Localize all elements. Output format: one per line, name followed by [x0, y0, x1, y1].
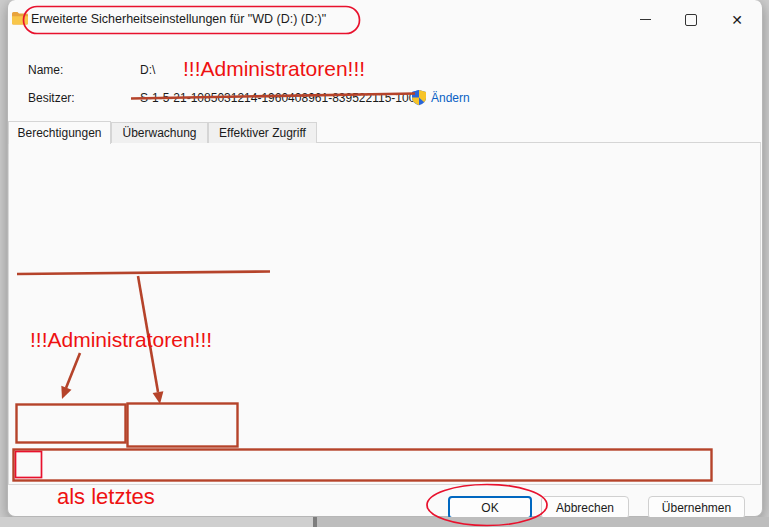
maximize-icon — [685, 14, 697, 26]
window-title: Erweiterte Sicherheitseinstellungen für … — [31, 12, 326, 26]
close-icon: ✕ — [731, 12, 743, 28]
change-owner-link[interactable]: Ändern — [431, 91, 470, 105]
name-value: D:\ — [140, 63, 155, 77]
background-strip — [0, 517, 769, 527]
cancel-button[interactable]: Abbrechen — [541, 496, 629, 519]
tab-ueberwachung[interactable]: Überwachung — [111, 122, 208, 143]
tab-berechtigungen[interactable]: Berechtigungen — [8, 121, 111, 144]
close-button[interactable]: ✕ — [714, 1, 760, 38]
permissions-tab-panel — [8, 142, 761, 485]
folder-icon — [11, 10, 29, 31]
owner-label: Besitzer: — [28, 91, 75, 105]
tab-effektiver-zugriff[interactable]: Effektiver Zugriff — [208, 122, 317, 143]
owner-value: S-1-5-21-1085031214-1960408961-839522115… — [140, 91, 422, 105]
uac-shield-icon — [411, 89, 427, 110]
ok-button[interactable]: OK — [448, 496, 532, 519]
annotation-admin-warning-top: !!!Administratoren!!! — [183, 57, 365, 81]
minimize-button[interactable] — [622, 1, 668, 38]
maximize-button[interactable] — [668, 1, 714, 38]
annotation-do-last-note: als letztes — [57, 484, 155, 510]
minimize-icon — [640, 19, 651, 20]
tab-strip: Berechtigungen Überwachung Effektiver Zu… — [8, 120, 761, 143]
annotation-admin-warning-table: !!!Administratoren!!! — [30, 328, 212, 352]
name-label: Name: — [28, 63, 63, 77]
apply-button[interactable]: Übernehmen — [648, 496, 745, 519]
